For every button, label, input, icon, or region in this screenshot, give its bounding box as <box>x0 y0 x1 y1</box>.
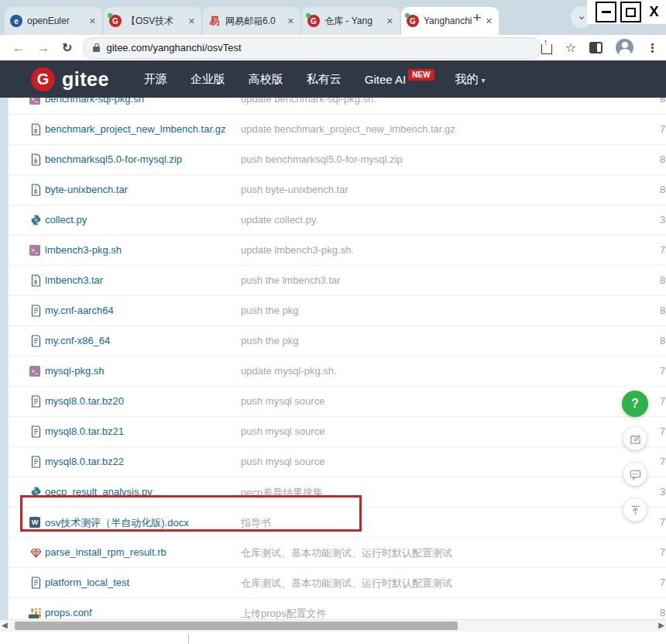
maximize-button[interactable] <box>620 2 641 22</box>
nav-item-label: 企业版 <box>191 72 225 85</box>
commit-message-link[interactable]: update collect.py. <box>241 214 318 226</box>
file-name-link[interactable]: osv技术测评（半自动化版).docx <box>45 516 189 530</box>
commit-message-link[interactable]: push benchmarksql5.0-for-mysql.zip <box>241 153 403 165</box>
bookmark-star-icon[interactable]: ☆ <box>565 40 576 55</box>
nav-item-label: 高校版 <box>249 72 283 85</box>
nav-item-0[interactable]: 开源 <box>144 72 167 87</box>
gitee-logo[interactable]: G gitee <box>31 67 109 91</box>
commit-message-link[interactable]: 仓库测试、基本功能测试、运行时默认配置测试 <box>241 577 452 591</box>
scrollbar-thumb[interactable] <box>15 622 458 630</box>
tab-close-icon[interactable]: ✕ <box>187 16 196 26</box>
repository-file-table: >_ benchmark-sql-pkg.sh update benchmark… <box>8 84 666 629</box>
file-row: collect.py update collect.py. 3 <box>9 205 666 236</box>
file-row: benchmarksql5.0-for-mysql.zip push bench… <box>9 145 666 175</box>
commit-message-link[interactable]: push the pkg <box>241 335 298 346</box>
forward-button[interactable]: → <box>37 41 50 55</box>
gitee-logo-text: gitee <box>62 68 109 91</box>
filetext-file-icon <box>29 425 42 438</box>
browser-tab-2[interactable]: G 【OSV技术 ✕ <box>104 7 201 35</box>
commit-message-link[interactable]: update lmbench3-pkg.sh. <box>241 244 354 256</box>
arrow-up-icon <box>630 505 641 516</box>
back-button[interactable]: ← <box>12 41 25 55</box>
file-date-fragment: 8 <box>660 274 665 286</box>
file-date-fragment: 8 <box>660 607 665 618</box>
file-name-link[interactable]: collect.py <box>45 214 87 226</box>
file-name-link[interactable]: benchmarksql5.0-for-mysql.zip <box>45 153 182 165</box>
side-panel-icon[interactable] <box>589 42 602 53</box>
file-date-fragment: 8 <box>660 305 665 316</box>
tab-title: 网易邮箱6.0 <box>225 15 282 28</box>
scroll-right-icon[interactable]: ▶ <box>658 621 664 629</box>
file-name-link[interactable]: parse_install_rpm_result.rb <box>45 546 166 558</box>
nav-item-1[interactable]: 企业版 <box>191 72 225 87</box>
horizontal-scrollbar[interactable]: ◀ ▶ <box>0 619 666 632</box>
zip-file-icon <box>29 123 42 136</box>
commit-message-link[interactable]: update benchmark_project_new_lmbench.tar… <box>241 123 455 135</box>
browser-tab-1[interactable]: e openEuler ✕ <box>5 7 102 35</box>
commit-message-link[interactable]: update mysql-pkg.sh. <box>241 365 337 377</box>
comment-icon <box>630 469 641 480</box>
file-date-fragment: 7 <box>660 456 665 467</box>
table-column-divider <box>188 634 189 644</box>
gitee-favicon-icon: G <box>407 15 419 27</box>
file-name-link[interactable]: platform_local_test <box>45 577 129 588</box>
file-name-link[interactable]: mysql8.0.tar.bz21 <box>45 425 124 437</box>
filetext-file-icon <box>29 335 42 347</box>
python-file-icon <box>29 486 42 498</box>
file-name-link[interactable]: byte-unixbench.tar <box>45 184 128 195</box>
nav-item-label: 开源 <box>144 72 167 85</box>
new-badge: NEW <box>408 69 434 81</box>
tab-close-icon[interactable]: ✕ <box>88 16 97 26</box>
share-icon[interactable] <box>541 44 552 54</box>
tab-close-icon[interactable]: ✕ <box>386 16 394 26</box>
tab-close-icon[interactable]: ✕ <box>287 16 295 26</box>
file-name-link[interactable]: lmbench3-pkg.sh <box>45 244 122 256</box>
commit-message-link[interactable]: push mysql source <box>241 456 324 467</box>
profile-avatar[interactable] <box>616 39 633 57</box>
browser-tab-4[interactable]: G 仓库 - Yang ✕ <box>302 7 400 35</box>
url-omnibox[interactable]: gitee.com/yanghanchi/osvTest <box>83 37 541 59</box>
feedback-edit-button[interactable] <box>623 427 647 450</box>
browser-tab-3[interactable]: 易 网易邮箱6.0 ✕ <box>203 7 300 35</box>
filetext-file-icon <box>29 577 42 589</box>
file-name-link[interactable]: my.cnf-aarch64 <box>45 305 114 316</box>
commit-message-link[interactable]: 仓库测试、基本功能测试、运行时默认配置测试 <box>241 546 452 560</box>
file-name-link[interactable]: lmbench3.tar <box>45 274 103 286</box>
file-row: byte-unixbench.tar push byte-unixbench.t… <box>9 175 666 205</box>
maximize-icon <box>626 8 636 17</box>
nav-item-5[interactable]: 我的▾ <box>455 72 486 87</box>
file-name-link[interactable]: mysql8.0.tar.bz20 <box>45 395 124 407</box>
file-row: my.cnf-aarch64 push the pkg 8 <box>9 296 666 326</box>
commit-message-link[interactable]: push the lmbench3.tar <box>241 274 341 286</box>
file-name-link[interactable]: mysql-pkg.sh <box>45 365 105 377</box>
file-name-link[interactable]: props.conf <box>45 607 92 618</box>
shell-file-icon: >_ <box>29 366 40 377</box>
commit-message-link[interactable]: push the pkg <box>241 305 298 316</box>
nav-item-4[interactable]: Gitee AINEW <box>365 73 432 86</box>
file-name-link[interactable]: benchmark_project_new_lmbench.tar.gz <box>45 123 225 135</box>
commit-message-link[interactable]: 指导书 <box>241 516 271 530</box>
help-fab-button[interactable]: ? <box>622 391 648 417</box>
close-window-button[interactable]: X <box>645 3 663 21</box>
file-row: W osv技术测评（半自动化版).docx 指导书 7 <box>9 508 666 538</box>
new-tab-button[interactable]: + <box>468 9 486 27</box>
commit-message-link[interactable]: push mysql source <box>241 425 324 437</box>
commit-message-link[interactable]: push byte-unixbench.tar <box>241 184 348 195</box>
browser-menu-icon[interactable]: ⋮ <box>647 41 658 55</box>
comment-button[interactable] <box>623 463 647 486</box>
file-date-fragment: 8 <box>660 335 665 346</box>
file-name-link[interactable]: oecp_result_analysis.py <box>45 486 153 498</box>
nav-item-2[interactable]: 高校版 <box>249 72 283 87</box>
reload-button[interactable]: ↻ <box>62 40 72 55</box>
file-name-link[interactable]: mysql8.0.tar.bz22 <box>45 456 124 467</box>
nav-item-3[interactable]: 私有云 <box>307 72 342 87</box>
window-controls: X <box>587 0 666 24</box>
scroll-left-icon[interactable]: ◀ <box>2 621 8 629</box>
file-row: benchmark_project_new_lmbench.tar.gz upd… <box>9 115 666 145</box>
back-to-top-button[interactable] <box>623 498 647 522</box>
file-name-link[interactable]: my.cnf-x86_64 <box>45 335 110 346</box>
commit-message-link[interactable]: push mysql source <box>241 395 324 407</box>
minimize-button[interactable] <box>596 2 616 22</box>
shell-file-icon: >_ <box>29 245 40 256</box>
commit-message-link[interactable]: oecp差异结果搜集 <box>241 486 323 500</box>
